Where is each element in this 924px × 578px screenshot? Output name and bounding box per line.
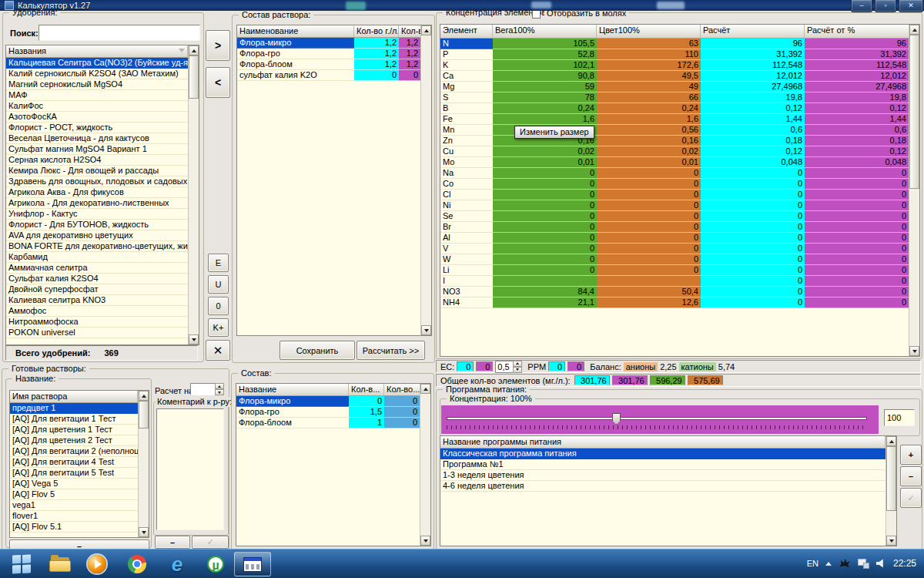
scroll-up-button[interactable] [421, 25, 431, 35]
u-button[interactable]: U [208, 275, 229, 294]
program-item[interactable]: Программа №1 [440, 459, 886, 470]
add-to-solution-button[interactable]: > [206, 30, 230, 61]
concentration-row[interactable]: Co0000 [440, 179, 909, 190]
concentration-row[interactable]: Mn0,560,560,60,6 [440, 125, 909, 136]
slider-track[interactable] [447, 417, 867, 420]
composition-row[interactable]: Флора-блоом10 [236, 418, 420, 428]
concentration-row[interactable]: W0000 [440, 254, 909, 265]
fertilizer-item[interactable]: Аммофос [6, 306, 188, 317]
program-scrollbar[interactable] [886, 436, 896, 546]
scroll-down-button[interactable] [139, 527, 149, 537]
fertilizer-item[interactable]: Флорист - Для БУТОНОВ, жидкость [6, 220, 188, 230]
solution-row[interactable]: Флора-микро1,21,2 [237, 38, 420, 49]
concentration-row[interactable]: Cu0,020,020,120,12 [440, 146, 909, 157]
solution-row[interactable]: Флора-гро1,21,2 [237, 49, 420, 59]
fertilizer-item[interactable]: Здравень для овощных, плодовых и садовых… [6, 176, 188, 187]
fertilizer-item[interactable]: Флорист - РОСТ, жидкость [6, 123, 188, 133]
k-plus-button[interactable]: K+ [208, 318, 229, 337]
ready-solution-item[interactable]: [AQ] Для цветения 2 Тест [10, 435, 138, 446]
clear-button[interactable]: ✕ [206, 340, 230, 361]
apply-program-button[interactable]: ✓ [900, 488, 922, 508]
concentration-row[interactable]: NH421,112,600 [440, 297, 909, 308]
ready-solution-item[interactable]: flover1 [10, 511, 138, 522]
concentration-row[interactable]: Mg594927,496827,4968 [440, 82, 909, 92]
solution-col-qty[interactable]: Кол-во г./л. [354, 25, 399, 38]
taskbar-explorer-button[interactable] [43, 552, 77, 576]
scroll-down-button[interactable] [909, 346, 919, 356]
composition-col-name[interactable]: Название [236, 384, 349, 396]
taskbar-utorrent-button[interactable] [199, 552, 233, 576]
search-input[interactable] [38, 25, 200, 41]
scroll-up-button[interactable] [909, 25, 919, 35]
concentration-row[interactable]: P52,811031,39231,392 [440, 49, 909, 60]
ready-solution-item[interactable]: [AQ] Для вегитации 5 Test [10, 468, 138, 479]
concentration-row[interactable]: Na0000 [440, 168, 909, 179]
ec-spinner[interactable]: 0,5 [495, 361, 522, 373]
hidden-icons-arrow-icon[interactable] [825, 562, 832, 566]
scroll-track[interactable] [886, 511, 896, 536]
scroll-track[interactable] [189, 99, 199, 334]
taskbar-ie-button[interactable] [160, 552, 194, 576]
scroll-down-button[interactable] [420, 536, 430, 546]
solution-scrollbar[interactable] [420, 25, 431, 335]
concentration-value-input[interactable]: 100 [884, 409, 915, 426]
concentration-row[interactable]: Li0000 [440, 265, 909, 276]
scroll-down-button[interactable] [421, 325, 431, 335]
volume-icon[interactable] [876, 559, 886, 568]
e-button[interactable]: E [208, 254, 229, 272]
minimize-button[interactable]: – [851, 0, 872, 12]
solution-row[interactable]: сульфат калия K2O00 [237, 70, 420, 81]
clock[interactable]: 22:25 [893, 558, 916, 569]
calculate-button[interactable]: Рассчитать >> [357, 341, 425, 360]
concentration-row[interactable]: Zn0,160,160,180,18 [440, 136, 909, 146]
scroll-track[interactable] [420, 394, 430, 536]
network-icon[interactable] [858, 559, 869, 569]
composition-col-q1[interactable]: Кол-в... [349, 384, 384, 396]
moles-checkbox[interactable] [532, 10, 541, 18]
spinner-down-button[interactable] [215, 389, 224, 395]
ready-solution-item[interactable]: [AQ] Для вегитации 1 Тест [10, 414, 138, 425]
scroll-track[interactable] [139, 428, 149, 527]
concentration-row[interactable]: NO384,450,400 [440, 287, 909, 297]
apply-comment-button[interactable]: ✓ [192, 536, 229, 549]
calc-for-spinner[interactable] [190, 383, 224, 395]
spinner-down-button[interactable] [513, 367, 522, 373]
fertilizer-item[interactable]: Аммиачная селитра [6, 263, 188, 274]
scroll-thumb[interactable] [886, 446, 896, 511]
scroll-thumb[interactable] [139, 401, 149, 428]
fertilizer-item[interactable]: Двойной суперфосфат [6, 284, 188, 295]
concentration-row[interactable]: Br0000 [440, 222, 909, 233]
concentration-row[interactable]: B0,240,240,120,12 [440, 103, 909, 114]
ready-solution-item[interactable]: [AQ] Flov 5 [10, 489, 138, 500]
scroll-thumb[interactable] [909, 35, 919, 189]
ready-solution-item[interactable]: предцвет 1 [10, 403, 138, 414]
ready-solution-item[interactable]: [AQ] Flov 5.1 [10, 522, 138, 533]
antivirus-icon[interactable] [839, 558, 851, 569]
scroll-up-button[interactable] [886, 436, 896, 446]
concentration-row[interactable]: V0000 [440, 244, 909, 254]
fertilizer-item[interactable]: Сульфат магния MgSO4 Вариант 1 [6, 144, 188, 155]
program-item[interactable]: 1-3 неделя цветения [440, 470, 886, 481]
concentration-row[interactable]: N105,5639696 [440, 39, 909, 49]
fertilizer-item[interactable]: AVA для декоративно цветущих [6, 230, 188, 241]
ready-solution-item[interactable]: [AQ] Для цветения 1 Тест [10, 425, 138, 435]
composition-row[interactable]: Флора-микро00 [236, 396, 420, 407]
fertilizer-item[interactable]: Калиевая селитра KNO3 [6, 295, 188, 306]
scroll-up-button[interactable] [420, 384, 430, 394]
program-list-header[interactable]: Название программы питания [440, 436, 886, 449]
concentration-scrollbar[interactable] [909, 25, 919, 356]
language-indicator[interactable]: EN [807, 559, 819, 568]
ready-list-header[interactable]: Имя раствора [10, 391, 138, 403]
composition-col-q2[interactable]: Кол-во... [384, 384, 420, 396]
scroll-down-button[interactable] [189, 334, 199, 344]
fertilizer-item[interactable]: Кальциевая Селитра Ca(NO3)2 (Буйские уд-… [6, 58, 188, 69]
conc-col-calc[interactable]: Расчёт [701, 25, 805, 39]
comment-textarea[interactable] [156, 408, 224, 530]
ready-solution-item[interactable]: [AQ] Vega 5 [10, 479, 138, 489]
concentration-row[interactable]: Al0000 [440, 233, 909, 244]
scroll-thumb[interactable] [189, 55, 199, 99]
scroll-up-button[interactable] [139, 391, 149, 401]
fertilizer-item[interactable]: Калий сернокислый K2SO4 (ЗАО Метахим) [6, 69, 188, 79]
fertilizer-item[interactable]: Серная кислота H2SO4 [6, 155, 188, 166]
fertilizer-item[interactable]: АзотоФосКА [6, 112, 188, 123]
